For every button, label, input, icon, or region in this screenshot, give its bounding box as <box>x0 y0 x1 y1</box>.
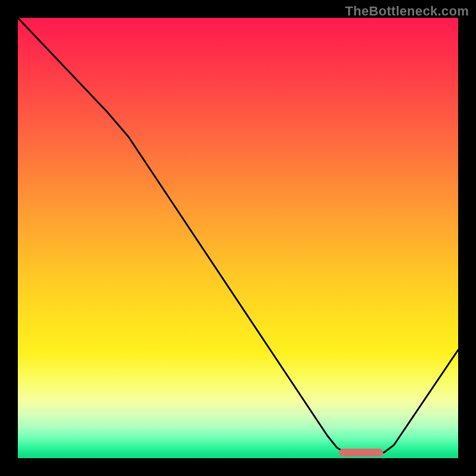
bottleneck-curve <box>18 18 458 458</box>
watermark-text: TheBottleneck.com <box>345 4 469 19</box>
plot-area <box>18 18 458 458</box>
optimal-range-marker <box>339 449 383 456</box>
chart-stage: TheBottleneck.com <box>0 0 476 476</box>
